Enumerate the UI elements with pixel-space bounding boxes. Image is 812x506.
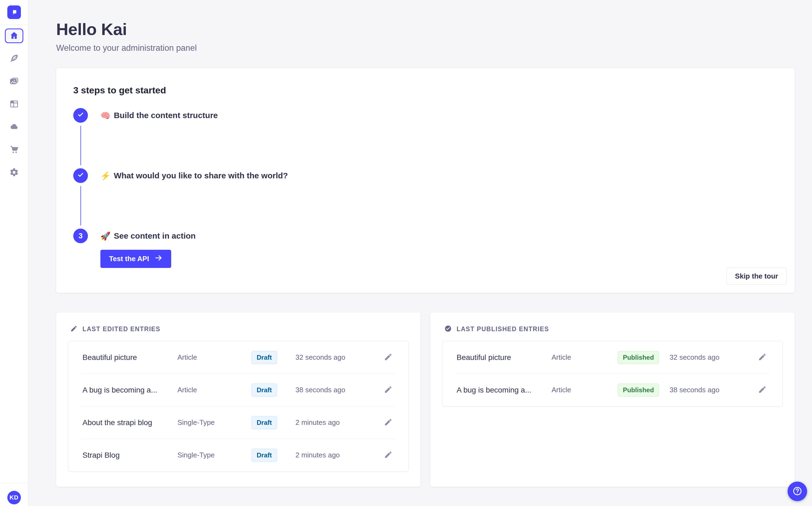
rocket-emoji: 🚀 bbox=[100, 231, 110, 241]
help-button[interactable] bbox=[788, 482, 807, 501]
pencil-icon bbox=[384, 423, 393, 427]
pencil-icon bbox=[384, 456, 393, 460]
check-icon bbox=[77, 111, 84, 120]
media-library-pictures-icon bbox=[9, 76, 19, 87]
pencil-icon bbox=[384, 391, 393, 395]
guided-tour-card: 3 steps to get started 🧠 Build the conte… bbox=[56, 68, 795, 293]
step-3-action: Test the API bbox=[100, 250, 778, 268]
last-edited-table: Beautiful picture Article Draft 32 secon… bbox=[68, 341, 409, 472]
strapi-logo-button[interactable] bbox=[7, 5, 21, 19]
table-row[interactable]: Beautiful picture Article Draft 32 secon… bbox=[68, 341, 408, 373]
sidebar-item-content-manager[interactable] bbox=[5, 51, 23, 66]
tour-step-2: ⚡ What would you like to share with the … bbox=[73, 168, 778, 183]
last-edited-entries-panel: LAST EDITED ENTRIES Beautiful picture Ar… bbox=[56, 313, 420, 487]
sidebar-item-home[interactable] bbox=[5, 28, 23, 43]
table-row[interactable]: About the strapi blog Single-Type Draft … bbox=[68, 406, 408, 439]
content-manager-feather-icon bbox=[9, 54, 19, 64]
avatar-initials: KD bbox=[9, 494, 18, 501]
strapi-logo-icon bbox=[9, 7, 19, 17]
status-badge: Draft bbox=[251, 416, 277, 429]
step-connector-2 bbox=[80, 186, 81, 226]
pencil-icon bbox=[70, 325, 78, 333]
test-api-button[interactable]: Test the API bbox=[100, 250, 171, 268]
edit-entry-button[interactable] bbox=[382, 417, 394, 429]
step-2-label: ⚡ What would you like to share with the … bbox=[100, 171, 288, 180]
main-content: Hello Kai Welcome to your administration… bbox=[28, 0, 812, 506]
step-1-done-marker bbox=[73, 108, 88, 123]
step-3-label: 🚀 See content in action bbox=[100, 231, 196, 241]
edit-entry-button[interactable] bbox=[382, 351, 394, 363]
brain-emoji: 🧠 bbox=[100, 111, 110, 120]
status-badge: Draft bbox=[251, 351, 277, 364]
pencil-icon bbox=[758, 358, 767, 362]
sidebar-item-media-library[interactable] bbox=[5, 74, 23, 89]
marketplace-cart-icon bbox=[9, 145, 19, 155]
last-published-entries-panel: LAST PUBLISHED ENTRIES Beautiful picture… bbox=[430, 313, 795, 487]
edit-entry-button[interactable] bbox=[756, 351, 768, 363]
sidebar-divider-bottom bbox=[0, 483, 28, 483]
last-edited-title: LAST EDITED ENTRIES bbox=[83, 326, 160, 333]
last-published-title: LAST PUBLISHED ENTRIES bbox=[456, 326, 549, 333]
step-connector-1 bbox=[80, 126, 81, 165]
table-row[interactable]: Beautiful picture Article Published 32 s… bbox=[442, 341, 783, 373]
status-badge: Published bbox=[618, 384, 659, 397]
tour-title: 3 steps to get started bbox=[73, 85, 778, 96]
sidebar-bottom: KD bbox=[0, 483, 28, 506]
lightning-emoji: ⚡ bbox=[100, 171, 110, 180]
settings-gear-icon bbox=[9, 167, 19, 178]
last-published-table: Beautiful picture Article Published 32 s… bbox=[442, 341, 783, 406]
step-3-number-marker: 3 bbox=[73, 229, 88, 243]
last-edited-header: LAST EDITED ENTRIES bbox=[70, 325, 409, 333]
step-1-label: 🧠 Build the content structure bbox=[100, 111, 218, 120]
page-header: Hello Kai Welcome to your administration… bbox=[56, 19, 795, 53]
sidebar-divider-top bbox=[0, 25, 28, 25]
status-badge: Draft bbox=[251, 449, 277, 462]
table-row[interactable]: Strapi Blog Single-Type Draft 2 minutes … bbox=[68, 439, 408, 471]
tour-step-1: 🧠 Build the content structure bbox=[73, 108, 778, 123]
check-circle-icon bbox=[444, 325, 452, 333]
page-subtitle: Welcome to your administration panel bbox=[56, 43, 795, 53]
last-published-header: LAST PUBLISHED ENTRIES bbox=[444, 325, 783, 333]
pencil-icon bbox=[384, 358, 393, 362]
edit-entry-button[interactable] bbox=[382, 384, 394, 396]
arrow-right-icon bbox=[155, 254, 163, 264]
user-avatar[interactable]: KD bbox=[7, 491, 21, 504]
sidebar-item-cloud[interactable] bbox=[5, 120, 23, 135]
content-type-builder-layout-icon bbox=[9, 99, 19, 110]
app-window: KD Hello Kai Welcome to your administrat… bbox=[0, 0, 812, 506]
check-icon bbox=[77, 171, 84, 180]
home-icon bbox=[9, 31, 19, 41]
question-mark-icon bbox=[792, 486, 803, 497]
entries-panels: LAST EDITED ENTRIES Beautiful picture Ar… bbox=[56, 313, 795, 487]
skip-tour-button[interactable]: Skip the tour bbox=[726, 268, 787, 285]
status-badge: Draft bbox=[251, 384, 277, 397]
sidebar-item-content-type-builder[interactable] bbox=[5, 97, 23, 111]
page-title: Hello Kai bbox=[56, 19, 795, 39]
tour-step-3: 3 🚀 See content in action bbox=[73, 229, 778, 243]
pencil-icon bbox=[758, 391, 767, 395]
sidebar-item-marketplace[interactable] bbox=[5, 143, 23, 157]
main-navigation-sidebar: KD bbox=[0, 0, 28, 506]
cloud-icon bbox=[9, 122, 19, 133]
edit-entry-button[interactable] bbox=[382, 449, 394, 461]
status-badge: Published bbox=[618, 351, 659, 364]
step-2-done-marker bbox=[73, 168, 88, 183]
sidebar-item-settings[interactable] bbox=[5, 165, 23, 180]
edit-entry-button[interactable] bbox=[756, 384, 768, 396]
sidebar-nav bbox=[5, 28, 23, 180]
table-row[interactable]: A bug is becoming a... Article Draft 38 … bbox=[68, 374, 408, 406]
table-row[interactable]: A bug is becoming a... Article Published… bbox=[442, 374, 783, 406]
